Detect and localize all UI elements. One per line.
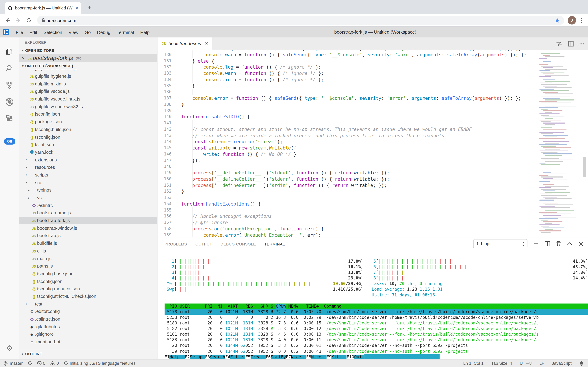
tab-close-icon[interactable]: ✕ <box>205 41 208 46</box>
tree-item-bootstrap-amd.js[interactable]: JSbootstrap-amd.js <box>19 209 157 217</box>
browser-menu-icon[interactable] <box>578 16 585 25</box>
panel-tab-terminal[interactable]: TERMINAL <box>264 239 285 249</box>
tree-item-resources[interactable]: ▸resources <box>19 164 157 171</box>
process-row[interactable]: 5183 root 20 0 1021M 181M 3328 S 4.0 0.6… <box>165 337 588 343</box>
back-icon[interactable] <box>3 16 12 25</box>
avatar[interactable]: J <box>568 16 576 25</box>
tree-item-test[interactable]: ▸test <box>19 300 157 308</box>
tree-item-yarn.lock[interactable]: yarn.lock <box>19 148 157 156</box>
forward-icon[interactable] <box>14 16 22 25</box>
settings-gear-icon[interactable]: ⚙ <box>0 341 19 355</box>
process-row[interactable]: 5181 root 20 0 1021M 181M 3328 S 4.6 0.6… <box>165 332 588 337</box>
menu-view[interactable]: View <box>66 30 82 35</box>
extensions-icon[interactable] <box>0 112 19 126</box>
process-row[interactable]: 20 root 20 0 1344M 62052 1952 S 3.3 0.2 … <box>165 343 588 349</box>
menu-terminal[interactable]: Terminal <box>114 30 137 35</box>
tree-item-scripts[interactable]: ▸scripts <box>19 171 157 179</box>
url-bar[interactable]: ide.coder.com <box>37 16 564 25</box>
debug-disabled-icon[interactable] <box>0 95 19 109</box>
fkey-f8[interactable]: F8Nice + <box>306 354 326 360</box>
fkey-f4[interactable]: F4Filter <box>225 354 245 360</box>
open-editors-header[interactable]: ▾ OPEN EDITORS <box>19 47 157 54</box>
language-mode[interactable]: JavaScript <box>552 361 571 366</box>
fkey-f7[interactable]: F7Nice - <box>286 354 306 360</box>
fkey-f5[interactable]: F5Tree <box>245 354 266 360</box>
explorer-icon[interactable] <box>0 44 19 58</box>
tree-item-tslint.json[interactable]: {}tslint.json <box>19 141 157 148</box>
tree-item-.gitattributes[interactable]: ◆.gitattributes <box>19 323 157 330</box>
code-editor[interactable]: 129 console.log = function () { safeSend… <box>157 50 588 237</box>
search-icon[interactable] <box>0 61 19 75</box>
tree-item-tsconfig.base.json[interactable]: {}tsconfig.base.json <box>19 270 157 277</box>
process-row[interactable]: 5180 root 20 0 1021M 181M 3328 S 7.3 0.6… <box>165 320 588 326</box>
tree-item-cli.js[interactable]: JScli.js <box>19 247 157 255</box>
menu-selection[interactable]: Selection <box>41 30 66 35</box>
panel-tab-problems[interactable]: PROBLEMS <box>165 239 187 249</box>
tree-item-tsconfig.json[interactable]: {}tsconfig.json <box>19 133 157 141</box>
split-editor-icon[interactable] <box>568 41 574 46</box>
fkey-f10[interactable]: F10Quit <box>347 354 364 360</box>
online-off-badge[interactable]: Off <box>4 138 15 145</box>
tree-item-tsconfig.strictNullChecks.json[interactable]: {}tsconfig.strictNullChecks.json <box>19 292 157 300</box>
tree-item-buildfile.js[interactable]: JSbuildfile.js <box>19 239 157 247</box>
reload-icon[interactable] <box>25 16 33 25</box>
tree-item-gulpfile.vscode.win32.js[interactable]: JSgulpfile.vscode.win32.js <box>19 103 157 110</box>
terminal-select[interactable]: 1: htop ▲▼ <box>473 239 527 248</box>
tree-item-typings[interactable]: ▸typings <box>19 186 157 194</box>
new-tab-button[interactable]: + <box>85 3 94 12</box>
terminal[interactable]: 1[|||||||||||||17.8%]5[|||||||||||||||||… <box>157 250 588 360</box>
errors-item[interactable]: 0 <box>37 361 45 366</box>
tree-item-package.json[interactable]: {}package.json <box>19 118 157 125</box>
tree-item-tsconfig.json[interactable]: {}tsconfig.json <box>19 277 157 285</box>
minimap[interactable] <box>538 50 585 237</box>
menu-file[interactable]: File <box>13 30 26 35</box>
tree-item-.eslintrc.json[interactable]: .eslintrc.json <box>19 315 157 323</box>
tree-item-bootstrap.js[interactable]: JSbootstrap.js <box>19 232 157 239</box>
encoding[interactable]: UTF-8 <box>520 361 532 366</box>
close-icon[interactable]: ✕ <box>22 56 27 60</box>
tree-item-vs[interactable]: ▸vs <box>19 194 157 201</box>
tree-item-gulpfile.vscode.linux.js[interactable]: JSgulpfile.vscode.linux.js <box>19 95 157 103</box>
fkey-f3[interactable]: F3Search <box>205 354 225 360</box>
tree-item-gulpfile.hygiene.js[interactable]: JSgulpfile.hygiene.js <box>19 72 157 80</box>
editor-scrollbar[interactable] <box>583 157 586 177</box>
process-row[interactable]: 5182 root 20 0 1021M 181M 3328 R 5.3 0.6… <box>165 326 588 332</box>
process-row[interactable]: 39 root 20 0 1344M 62052 1952 S 0.0 0.2 … <box>165 349 588 354</box>
git-branch-item[interactable]: master <box>4 361 23 366</box>
fkey-f1[interactable]: F1Help <box>165 354 185 360</box>
bookmark-star-icon[interactable] <box>555 17 560 23</box>
menu-help[interactable]: Help <box>137 30 153 35</box>
tree-item-src[interactable]: ▾src <box>19 179 157 186</box>
tree-item-gulpfile.extensions.js[interactable]: JSgulpfile.extensions.js <box>19 70 157 72</box>
tree-item-extensions[interactable]: ▸extensions <box>19 156 157 163</box>
tree-item-.eslintrc[interactable]: .eslintrc <box>19 201 157 209</box>
menu-debug[interactable]: Debug <box>94 30 114 35</box>
open-changes-icon[interactable] <box>556 41 563 46</box>
process-row[interactable]: 5233 root 20 0 0 0 0 Z 36.3 0.0 0:02.79 … <box>165 315 588 320</box>
language-status-item[interactable]: Initializing JS/TS language features <box>64 361 135 366</box>
tree-item-tsconfig.monaco.json[interactable]: {}tsconfig.monaco.json <box>19 285 157 292</box>
tree-item-bootstrap-fork.js[interactable]: JSbootstrap-fork.js <box>19 217 157 224</box>
browser-tab[interactable]: bootstrap-fork.js — Untitled (W ✕ <box>5 2 81 14</box>
tree-item-.gitignore[interactable]: ◆.gitignore <box>19 331 157 338</box>
htop-table-header[interactable]: PID USER PRI NI VIRT RES SHR S CPU% MEM%… <box>165 303 588 309</box>
tree-item-paths.js[interactable]: JSpaths.js <box>19 262 157 270</box>
tree-item-.editorconfig[interactable]: ⚙.editorconfig <box>19 308 157 315</box>
warnings-item[interactable]: 0 <box>50 361 59 366</box>
source-control-icon[interactable] <box>0 78 19 92</box>
tab-close-icon[interactable]: ✕ <box>75 6 78 10</box>
tree-item-gulpfile.mixin.js[interactable]: JSgulpfile.mixin.js <box>19 80 157 88</box>
menu-go[interactable]: Go <box>81 30 94 35</box>
kill-terminal-icon[interactable] <box>556 241 561 247</box>
notifications-bell-icon[interactable] <box>579 361 584 366</box>
sync-item[interactable] <box>27 361 32 366</box>
panel-tab-debug-console[interactable]: DEBUG CONSOLE <box>221 239 256 249</box>
workspace-header[interactable]: ▾ UNTITLED (WORKSPACE) <box>19 62 157 70</box>
fkey-f2[interactable]: F2Setup <box>185 354 205 360</box>
tree-item-tsconfig.build.json[interactable]: {}tsconfig.build.json <box>19 125 157 133</box>
menu-edit[interactable]: Edit <box>26 30 41 35</box>
tree-item-.mention-bot[interactable]: ≡.mention-bot <box>19 338 157 346</box>
tree-item-main.js[interactable]: JSmain.js <box>19 255 157 262</box>
cursor-position[interactable]: Ln 1, Col 1 <box>463 361 483 366</box>
fkey-f9[interactable]: F9Kill <box>326 354 347 360</box>
